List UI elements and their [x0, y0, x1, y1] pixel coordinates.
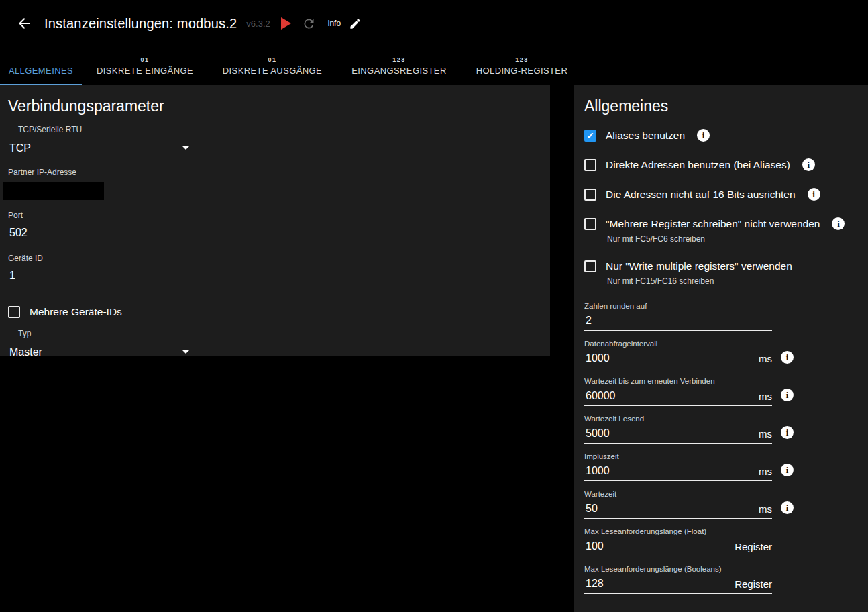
binary-badge: 01: [268, 56, 276, 64]
tab-allgemeines[interactable]: ALLGEMEINES: [0, 47, 82, 85]
no-write-multiple-label: "Mehrere Register schreiben" nicht verwe…: [606, 218, 820, 230]
tab-diskrete-ausgaenge[interactable]: 01 DISKRETE AUSGÄNGE: [208, 47, 337, 85]
field-suffix: ms: [759, 391, 772, 403]
round-numbers-input[interactable]: [584, 315, 772, 328]
field-label: Max Leseanforderungslänge (Float): [584, 527, 772, 536]
protocol-value: TCP: [9, 142, 31, 154]
restart-instance-icon[interactable]: [302, 17, 316, 31]
multiple-device-ids-label: Mehrere Geräte-IDs: [30, 306, 122, 318]
protocol-label: TCP/Serielle RTU: [18, 125, 542, 134]
only-write-multiple-group: Nur "Write multiple registers" verwenden…: [584, 260, 857, 286]
info-icon[interactable]: i: [781, 464, 794, 476]
info-icon[interactable]: i: [781, 351, 794, 364]
multiple-device-ids-row: Mehrere Geräte-IDs: [8, 306, 542, 318]
panel-title: Allgemeines: [584, 97, 857, 115]
ip-label: Partner IP-Adresse: [8, 168, 542, 177]
port-label: Port: [8, 211, 542, 220]
wait-time-field: Wartezeit ms i: [584, 490, 772, 519]
tab-holding-register[interactable]: 123 HOLDING-REGISTER: [462, 47, 582, 85]
field-label: Zahlen runden auf: [584, 302, 772, 310]
max-read-float-field: Max Leseanforderungslänge (Float) Regist…: [584, 527, 772, 556]
only-write-multiple-sublabel: Nur mit FC15/FC16 schreiben: [607, 276, 857, 286]
number-badge: 123: [392, 56, 406, 64]
binary-badge: 01: [140, 56, 149, 64]
connection-parameters-panel: Verbindungsparameter TCP/Serielle RTU TC…: [0, 85, 550, 356]
pulse-time-field: Impluszeit ms i: [584, 452, 772, 481]
edit-icon[interactable]: [349, 17, 362, 30]
app-header: Instanzeinstellungen: modbus.2 v6.3.2 in…: [0, 0, 868, 47]
only-write-multiple-label: Nur "Write multiple registers" verwenden: [606, 260, 792, 272]
wait-time-input[interactable]: [584, 503, 759, 516]
protocol-select[interactable]: TCP: [8, 138, 195, 158]
tab-label: DISKRETE EINGÄNGE: [97, 66, 193, 76]
info-icon[interactable]: i: [781, 501, 794, 514]
info-icon[interactable]: i: [832, 217, 845, 230]
tab-eingangsregister[interactable]: 123 EINGANGSREGISTER: [337, 47, 462, 85]
reconnect-wait-input[interactable]: [584, 390, 759, 403]
field-label: Wartezeit bis zum erneuten Verbinden: [584, 377, 772, 385]
field-suffix: ms: [759, 428, 772, 441]
multiple-device-ids-checkbox[interactable]: [8, 306, 20, 318]
only-write-multiple-checkbox[interactable]: [584, 260, 596, 272]
info-icon[interactable]: i: [781, 426, 794, 439]
max-read-float-input[interactable]: [584, 540, 735, 554]
general-settings-panel: Allgemeines ✓ Aliases benutzen i Direkte…: [574, 85, 868, 612]
field-suffix: Register: [735, 578, 772, 591]
field-label: Max Leseanforderungslänge (Booleans): [584, 565, 772, 573]
chevron-down-icon: [182, 350, 189, 354]
poll-interval-field: Datenabfrageintervall ms i: [584, 340, 772, 368]
panel-title: Verbindungsparameter: [8, 97, 542, 115]
tab-label: HOLDING-REGISTER: [476, 66, 567, 76]
adapter-version: v6.3.2: [246, 19, 270, 29]
check-icon: ✓: [586, 131, 594, 140]
tab-label: DISKRETE AUSGÄNGE: [223, 66, 322, 76]
device-id-input[interactable]: [8, 267, 195, 287]
field-label: Datenabfrageintervall: [584, 340, 772, 348]
align-16bits-checkbox[interactable]: [584, 189, 596, 201]
info-icon[interactable]: i: [697, 129, 710, 142]
round-numbers-field: Zahlen runden auf: [584, 302, 772, 331]
pulse-time-input[interactable]: [584, 465, 759, 478]
info-label[interactable]: info: [328, 19, 341, 28]
field-label: Wartezeit: [584, 490, 772, 498]
tab-label: ALLGEMEINES: [9, 66, 73, 76]
type-value: Master: [9, 346, 42, 358]
read-timeout-field: Wartezeit Lesend ms i: [584, 415, 772, 444]
field-suffix: ms: [759, 353, 772, 366]
type-select[interactable]: Master: [8, 342, 195, 362]
no-write-multiple-checkbox[interactable]: [584, 218, 596, 230]
tab-diskrete-eingaenge[interactable]: 01 DISKRETE EINGÄNGE: [82, 47, 208, 85]
back-arrow-icon[interactable]: [15, 14, 34, 33]
poll-interval-input[interactable]: [584, 352, 759, 366]
field-suffix: ms: [759, 503, 772, 516]
direct-addresses-label: Direkte Adressen benutzen (bei Aliases): [606, 159, 790, 171]
aliases-checkbox[interactable]: ✓: [584, 130, 596, 142]
no-write-multiple-group: "Mehrere Register schreiben" nicht verwe…: [584, 217, 857, 244]
field-suffix: Register: [735, 541, 772, 554]
direct-addresses-group: Direkte Adressen benutzen (bei Aliases) …: [584, 158, 857, 171]
info-icon[interactable]: i: [808, 188, 820, 201]
reconnect-wait-field: Wartezeit bis zum erneuten Verbinden ms …: [584, 377, 772, 406]
page-title: Instanzeinstellungen: modbus.2: [44, 16, 237, 32]
max-read-booleans-input[interactable]: [584, 578, 735, 591]
read-timeout-input[interactable]: [584, 427, 759, 441]
tab-bar: ALLGEMEINES 01 DISKRETE EINGÄNGE 01 DISK…: [0, 47, 868, 85]
direct-addresses-checkbox[interactable]: [584, 159, 596, 171]
device-id-label: Geräte ID: [8, 254, 542, 263]
field-suffix: ms: [759, 466, 772, 478]
aliases-group: ✓ Aliases benutzen i: [584, 129, 857, 142]
no-write-multiple-sublabel: Nur mit FC5/FC6 schreiben: [607, 234, 857, 244]
redacted-value: [3, 182, 104, 200]
info-icon[interactable]: i: [802, 158, 815, 171]
type-label: Typ: [18, 329, 542, 338]
aliases-label: Aliases benutzen: [606, 130, 685, 142]
port-input[interactable]: [8, 224, 195, 244]
max-read-booleans-field: Max Leseanforderungslänge (Booleans) Reg…: [584, 565, 772, 594]
start-instance-icon[interactable]: [281, 17, 291, 30]
info-icon[interactable]: i: [781, 389, 794, 401]
number-badge: 123: [515, 56, 529, 64]
tab-label: EINGANGSREGISTER: [351, 66, 446, 76]
align-16bits-group: Die Adressen nicht auf 16 Bits ausrichte…: [584, 188, 857, 201]
chevron-down-icon: [182, 146, 189, 150]
field-label: Wartezeit Lesend: [584, 415, 772, 423]
